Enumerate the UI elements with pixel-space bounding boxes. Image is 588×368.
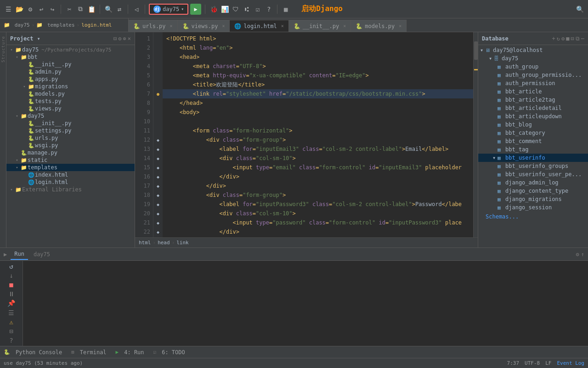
settings-icon[interactable]: ⚙ [26,5,35,14]
layout-icon[interactable]: ▦ [281,5,290,14]
profile-icon[interactable]: 📊 [220,5,229,14]
search-icon[interactable]: 🔍 [104,5,113,14]
undo-icon[interactable]: ↩ [37,5,46,14]
db-item-django-session[interactable]: ▦ django_session [478,203,588,212]
breadcrumb-head[interactable]: head [158,240,170,246]
db-item-auth-group-permission[interactable]: ▦ auth_group_permissio... [478,71,588,79]
db-more-btn[interactable]: ⋯ [581,35,584,42]
redo-icon[interactable]: ↪ [48,5,57,14]
rerun-btn[interactable]: ↺ [6,263,17,270]
close-sidebar-btn[interactable]: × [128,35,131,42]
db-collapse-btn[interactable]: ⊟ [571,35,574,42]
urls-py-close[interactable]: × [170,23,173,29]
tree-item-external-libs[interactable]: ▾ 📁 External Libraries [6,186,135,193]
tree-item-manage-py[interactable]: 🐍 manage.py [6,149,135,156]
breadcrumb-html[interactable]: html [139,240,151,246]
todo6-tab[interactable]: 6: TODO [158,347,189,357]
breadcrumb-link[interactable]: link [176,240,189,246]
code-editor[interactable]: 12345 678910 1112131415 1617181920 21222… [135,32,478,237]
menu-icon[interactable]: ☰ [4,5,13,14]
tree-item-bbt-admin[interactable]: 🐍 admin.py [6,68,135,75]
views-py-close[interactable]: × [222,23,225,29]
tab-urls-py[interactable]: 🐍 urls.py × [129,20,178,32]
status-line-sep[interactable]: LF [545,360,551,366]
debug-icon[interactable]: 🐞 [209,5,218,14]
db-item-bbt-userinfo-groups[interactable]: ▦ bbt_userinfo_groups [478,162,588,170]
scroll-to-btn[interactable]: ⊕ [123,35,126,42]
db-item-bbt-articledetail[interactable]: ▦ bbt_articledetail [478,104,588,112]
tree-item-static[interactable]: ▾ 📁 static [6,156,135,164]
db-stop-btn[interactable]: ■ [566,35,569,42]
tree-item-bbt-apps[interactable]: 🐍 apps.py [6,75,135,83]
cut-icon[interactable]: ✂ [65,5,74,14]
warning-btn[interactable]: ⚠ [6,318,17,326]
db-item-bbt-blog[interactable]: ▦ bbt_blog [478,121,588,129]
tree-item-day75-sub[interactable]: ▾ 📁 day75 [6,112,135,120]
login-html-close[interactable]: × [281,23,284,29]
todo-icon[interactable]: ☑ [253,5,262,14]
panel-tab-run[interactable]: Run [11,249,28,260]
db-item-auth-permission[interactable]: ▦ auth_permission [478,79,588,87]
db-item-bbt-article2tag[interactable]: ▦ bbt_article2tag [478,96,588,104]
init-py-close[interactable]: × [343,23,346,29]
filter-btn[interactable]: ⊟ [6,328,17,335]
tree-item-day75-settings[interactable]: 🐍 settings.py [6,127,135,134]
folder-icon[interactable]: 📂 [15,5,24,14]
pause-btn[interactable]: ⏸ [6,290,17,298]
tab-login-html[interactable]: 🌐 login.html × [230,20,288,32]
db-item-bbt-articleupdown[interactable]: ▦ bbt_articleupdown [478,112,588,121]
code-content[interactable]: <!DOCTYPE html> <html lang="en"> <head> … [163,32,473,237]
db-item-bbt-article[interactable]: ▦ bbt_article [478,87,588,96]
db-item-bbt-tag[interactable]: ▦ bbt_tag [478,145,588,154]
tree-item-migrations[interactable]: ▾ 📁 migrations [6,83,135,90]
db-item-bbt-userinfo[interactable]: ▾ ▦ bbt_userinfo [478,154,588,162]
help-icon[interactable]: ? [264,5,273,14]
run-configuration[interactable]: dj day75 ▾ [149,4,188,15]
run4-tab[interactable]: 4: Run [120,347,147,357]
status-encoding[interactable]: UTF-8 [525,360,540,366]
db-layout-btn[interactable]: ⧉ [576,35,580,42]
tab-views-py[interactable]: 🐍 views.py × [178,20,230,32]
schemas-link[interactable]: Schemas... [482,212,522,222]
db-item-django-admin-log[interactable]: ▦ django_admin_log [478,178,588,187]
tab-init-py[interactable]: 🐍 __init__.py × [289,20,351,32]
tree-item-templates[interactable]: ▾ 📁 templates [6,164,135,171]
db-item-django-migrations[interactable]: ▦ django_migrations [478,195,588,203]
db-item-django-content-type[interactable]: ▦ django_content_type [478,187,588,195]
db-item-day75[interactable]: ▾ 🗄 day75 [478,54,588,63]
paste-icon[interactable]: 📋 [87,5,96,14]
terminal-tab[interactable]: Terminal [76,347,110,357]
settings2-btn[interactable]: ☰ [6,309,17,316]
pin-btn[interactable]: 📌 [6,299,17,307]
tree-item-day75-urls[interactable]: 🐍 urls.py [6,134,135,142]
coverage-icon[interactable]: 🛡 [231,5,240,14]
search-everywhere-icon[interactable]: 🔍 [575,5,584,14]
db-item-auth-group[interactable]: ▦ auth_group [478,63,588,71]
models-py-close[interactable]: × [399,23,401,29]
panel-settings-btn[interactable]: ⚙ [576,251,579,258]
tree-item-day75-init[interactable]: 🐍 __init__.py [6,120,135,127]
db-item-bbt-userinfo-user-pe[interactable]: ▦ bbt_userinfo_user_pe... [478,170,588,178]
run-button[interactable]: ▶ [190,4,201,15]
editor-scrollbar[interactable] [473,32,478,237]
tree-item-bbt[interactable]: ▾ 📁 bbt [6,53,135,61]
copy-icon[interactable]: ⧉ [76,5,85,14]
db-item-bbt-category[interactable]: ▦ bbt_category [478,129,588,137]
back-icon[interactable]: ◁ [132,5,141,14]
python-console-tab[interactable]: Python Console [12,347,66,357]
help2-btn[interactable]: ? [6,337,17,344]
project-dropdown-icon[interactable]: ▾ [37,35,40,42]
tree-item-day75-wsgi[interactable]: 🐍 wsgi.py [6,142,135,149]
tab-models-py[interactable]: 🐍 models.py × [351,20,407,32]
db-settings-btn[interactable]: ⚙ [561,35,565,42]
tree-item-index-html[interactable]: 🌐 index.html [6,171,135,178]
db-add-btn[interactable]: + [552,35,555,42]
db-refresh-btn[interactable]: ↻ [557,35,560,42]
tree-item-bbt-init[interactable]: 🐍 __init__.py [6,61,135,68]
panel-close-btn[interactable]: ↑ [581,251,584,258]
vcs-icon[interactable]: ⑆ [242,5,251,14]
settings-btn[interactable]: ⚙ [118,35,121,42]
replace-icon[interactable]: ⇄ [115,5,124,14]
status-event-log[interactable]: Event Log [557,360,584,366]
tree-item-day75-root[interactable]: ▾ 📁 day75 ~/PycharmProjects/day75 [6,46,135,53]
